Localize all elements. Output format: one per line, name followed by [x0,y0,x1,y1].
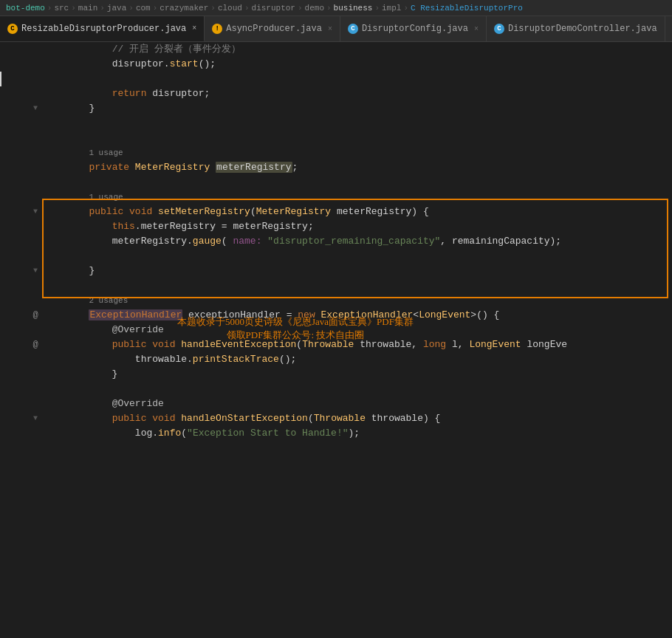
code-line: meterRegistry.gauge( name: "disruptor_re… [0,234,672,249]
tab-resizable[interactable]: C ResizableDisruptorProducer.java × [0,16,205,41]
tab-label-async: AsyncProducer.java [226,24,322,34]
tab-label-config: DisruptorConfig.java [362,24,468,34]
code-line: @Override [0,397,672,411]
tab-icon-config: C [348,24,358,34]
tab-close-resizable[interactable]: × [192,24,196,32]
code-line: log.info("Exception Start to Handle!"); [0,426,672,441]
tab-icon-controller: C [494,24,504,34]
editor-area: 本题收录于5000页史诗级《尼恩Java面试宝典》PDF集群 领取PDF集群公众… [0,42,672,638]
code-line: @ public void handleEventException(Throw… [0,337,672,352]
code-line: } [0,367,672,382]
tab-config[interactable]: C DisruptorConfig.java × [340,16,487,41]
fold-icon[interactable]: ▼ [33,101,38,116]
code-line: throwable.printStackTrace(); [0,352,672,367]
code-line-usage: 1 usage [0,145,672,160]
code-lines: // 开启 分裂者（事件分发） disruptor.start(); retur… [0,42,672,638]
tab-async[interactable]: ! AsyncProducer.java × [205,16,340,41]
breadcrumb-item[interactable]: com [136,4,151,13]
breadcrumb-item[interactable]: main [78,4,97,13]
breadcrumb-item[interactable]: cloud [218,4,242,13]
code-line: // 开启 分裂者（事件分发） [0,42,672,57]
tab-icon-async: ! [212,24,222,34]
code-line: ▼ } [0,101,672,116]
tab-controller[interactable]: C DisruptorDemoController.java [487,16,665,41]
breadcrumb: bot-demo › src › main › java › com › cra… [0,0,672,16]
code-line: ▼ } [0,264,672,278]
breadcrumb-item[interactable]: bot-demo [6,4,45,13]
breadcrumb-item[interactable]: impl [382,4,401,13]
code-line [0,131,672,145]
tab-bar: C ResizableDisruptorProducer.java × ! As… [0,16,672,42]
code-line: disruptor.start(); [0,57,672,72]
breadcrumb-item[interactable]: disruptor [252,4,295,13]
breadcrumb-item[interactable]: crazymaker [160,4,208,13]
tab-icon-resizable: C [7,24,18,34]
fold-icon3[interactable]: ▼ [33,264,38,278]
tab-close-config[interactable]: × [474,25,479,33]
code-line [0,116,672,131]
tab-label-resizable: ResizableDisruptorProducer.java [21,24,186,34]
code-line [0,249,672,264]
code-line: this.meterRegistry = meterRegistry; [0,219,672,234]
code-line-usage3: 2 usages [0,293,672,308]
breadcrumb-item[interactable]: src [54,4,69,13]
code-line: ▼ public void setMeterRegistry(MeterRegi… [0,205,672,219]
code-line [0,278,672,293]
code-line [0,382,672,397]
fold-icon4[interactable]: ▼ [33,411,38,426]
breadcrumb-item[interactable]: C ResizableDisruptorPro [411,4,523,13]
code-line: private MeterRegistry meterRegistry; [0,160,672,175]
fold-icon2[interactable]: ▼ [33,205,38,219]
at-icon2: @ [32,337,38,352]
code-line: @ ExceptionHandler exceptionHandler = ne… [0,308,672,323]
code-line-cursor [0,72,672,86]
code-line: ▼ public void handleOnStartException(Thr… [0,411,672,426]
code-line: @Override [0,323,672,337]
code-line-usage2: 1 usage [0,190,672,205]
breadcrumb-item[interactable]: business [334,4,373,13]
breadcrumb-item[interactable]: demo [305,4,324,13]
at-icon: @ [32,308,38,323]
tab-close-async[interactable]: × [328,25,332,33]
tab-label-controller: DisruptorDemoController.java [508,24,657,34]
code-line [0,175,672,190]
breadcrumb-item[interactable]: java [107,4,126,13]
code-line: return disruptor; [0,86,672,101]
